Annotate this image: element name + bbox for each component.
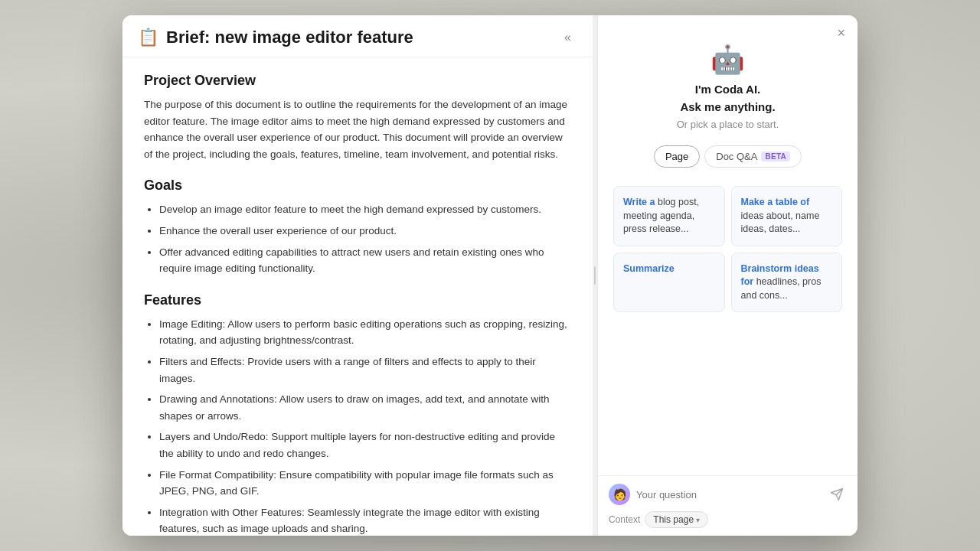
send-icon xyxy=(830,487,844,501)
ai-panel: × 🤖 I'm Coda AI. Ask me anything. Or pic… xyxy=(597,15,858,536)
list-item: Integration with Other Features: Seamles… xyxy=(159,504,571,536)
ai-greeting: I'm Coda AI. Ask me anything. xyxy=(680,81,775,116)
suggestion-write-action: Write a xyxy=(623,197,655,207)
divider-handle xyxy=(594,266,596,285)
suggestions-grid: Write a blog post, meeting agenda, press… xyxy=(613,186,842,312)
section-heading-features: Features xyxy=(144,292,571,308)
chevron-down-icon: ▾ xyxy=(696,516,700,524)
list-item: Develop an image editor feature to meet … xyxy=(159,201,571,218)
ai-content: 🤖 I'm Coda AI. Ask me anything. Or pick … xyxy=(598,15,858,475)
section-heading-goals: Goals xyxy=(144,178,571,194)
beta-badge: BETA xyxy=(761,152,790,161)
question-input[interactable] xyxy=(636,489,821,500)
list-item: Filters and Effects: Provide users with … xyxy=(159,354,571,386)
list-item: Image Editing: Allow users to perform ba… xyxy=(159,316,571,349)
doc-icon: 📋 xyxy=(138,29,158,46)
suggestion-table-action: Make a table of xyxy=(741,197,810,207)
section-overview-text: The purpose of this document is to outli… xyxy=(144,96,571,162)
context-toggle: Page Doc Q&A BETA xyxy=(654,145,802,168)
suggestion-brainstorm-rest: headlines, pros and cons... xyxy=(741,276,822,301)
suggestion-brainstorm[interactable]: Brainstorm ideas for headlines, pros and… xyxy=(731,253,843,313)
context-value: This page xyxy=(653,514,694,525)
suggestion-summarize[interactable]: Summarize xyxy=(613,253,725,313)
close-button[interactable]: × xyxy=(834,23,848,43)
send-button[interactable] xyxy=(827,486,847,503)
section-heading-overview: Project Overview xyxy=(144,73,571,89)
features-list: Image Editing: Allow users to perform ba… xyxy=(159,316,571,536)
doc-title: Brief: new image editor feature xyxy=(166,28,413,47)
ai-subtitle: Or pick a place to start. xyxy=(677,119,779,130)
suggestion-write[interactable]: Write a blog post, meeting agenda, press… xyxy=(613,186,725,246)
list-item: File Format Compatibility: Ensure compat… xyxy=(159,467,571,500)
ai-greeting-line1: I'm Coda AI. xyxy=(695,83,761,96)
question-input-row: 🧑 xyxy=(609,484,847,505)
collapse-button[interactable]: « xyxy=(558,28,577,47)
context-page-button[interactable]: Page xyxy=(654,145,700,168)
doc-header: 📋 Brief: new image editor feature « xyxy=(122,15,593,57)
suggestion-summarize-action: Summarize xyxy=(623,263,675,274)
document-panel: 📋 Brief: new image editor feature « Proj… xyxy=(122,15,593,536)
context-row: Context This page ▾ xyxy=(609,511,847,528)
list-item: Drawing and Annotations: Allow users to … xyxy=(159,391,571,424)
goals-list: Develop an image editor feature to meet … xyxy=(159,201,571,276)
context-label: Context xyxy=(609,514,640,525)
ai-avatar: 🤖 xyxy=(710,46,745,73)
doc-content: Project Overview The purpose of this doc… xyxy=(122,57,593,536)
modal-dialog: 📋 Brief: new image editor feature « Proj… xyxy=(122,15,858,536)
suggestion-table[interactable]: Make a table of ideas about, name ideas,… xyxy=(731,186,843,246)
suggestion-table-rest: ideas about, name ideas, dates... xyxy=(741,210,820,235)
ai-footer: 🧑 Context This page ▾ xyxy=(598,475,858,536)
list-item: Enhance the overall user experience of o… xyxy=(159,223,571,240)
user-avatar: 🧑 xyxy=(609,484,630,505)
context-select[interactable]: This page ▾ xyxy=(645,511,708,528)
ai-greeting-line2: Ask me anything. xyxy=(680,100,775,113)
list-item: Layers and Undo/Redo: Support multiple l… xyxy=(159,429,571,461)
context-docqa-button[interactable]: Doc Q&A BETA xyxy=(704,145,802,168)
list-item: Offer advanced editing capabilities to a… xyxy=(159,244,571,277)
